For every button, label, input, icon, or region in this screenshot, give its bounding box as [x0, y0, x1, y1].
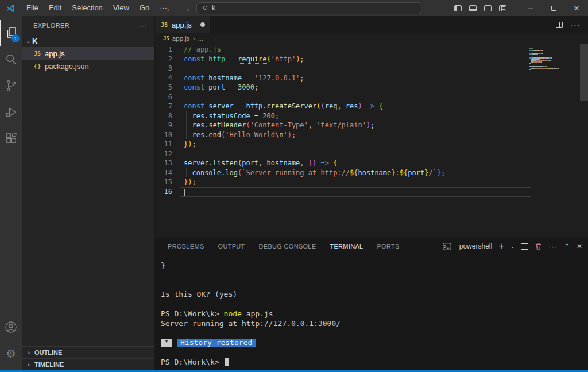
split-terminal-icon[interactable] [521, 243, 528, 250]
activity-bar: 1 [0, 16, 22, 370]
line-number: 12 [155, 149, 172, 159]
minimap[interactable] [529, 48, 571, 72]
line-number: 10 [155, 130, 172, 140]
nav-forward-icon[interactable]: → [182, 3, 191, 13]
menu-item-go[interactable]: Go [134, 0, 154, 16]
sidebar-item-explorer[interactable]: 1 [0, 20, 22, 46]
toggle-primary-sidebar-icon[interactable] [454, 5, 462, 11]
account-icon [4, 320, 18, 334]
line-number: 5 [155, 83, 172, 92]
modified-dot-icon[interactable] [200, 22, 205, 27]
maximize-button[interactable] [542, 0, 565, 16]
bottom-panel: PROBLEMSOUTPUTDEBUG CONSOLETERMINALPORTS… [155, 238, 588, 370]
terminal-line: PS D:\Work\k> [161, 358, 588, 367]
search-icon [5, 53, 18, 66]
new-terminal-icon[interactable]: + [498, 242, 504, 251]
run-debug-icon [5, 106, 18, 119]
split-editor-icon[interactable] [556, 22, 563, 28]
main-area: 1 [0, 16, 588, 370]
code-line: 1// app.js [155, 45, 588, 55]
menu-item-file[interactable]: File [21, 0, 44, 16]
folder-row[interactable]: ⌄ K [22, 34, 154, 47]
terminal-line [161, 348, 588, 358]
maximize-icon [551, 6, 556, 11]
shell-label[interactable]: powershell [459, 242, 492, 250]
menu-item-view[interactable]: View [108, 0, 134, 16]
customize-layout-icon[interactable] [499, 5, 506, 11]
folder-name: K [32, 37, 37, 45]
close-button[interactable]: ✕ [565, 0, 588, 16]
toggle-secondary-sidebar-icon[interactable] [484, 5, 492, 11]
explorer-sidebar: EXPLORER ··· ⌄ K JSapp.js{}package.json … [22, 16, 155, 370]
sidebar-item-source-control[interactable] [0, 72, 22, 99]
sidebar-item-run-debug[interactable] [0, 99, 22, 125]
terminal-line [161, 300, 588, 309]
file-row-package-json[interactable]: {}package.json [22, 60, 154, 72]
search-input[interactable]: k [196, 2, 421, 14]
code-text: res.end('Hello World\n'); [184, 131, 296, 139]
menu-item-selection[interactable]: Selection [67, 0, 107, 16]
js-file-icon: JS [163, 36, 169, 41]
settings-button[interactable]: ⚙ [0, 340, 22, 367]
source-control-branch-icon [5, 79, 18, 92]
section-label: OUTLINE [34, 349, 62, 356]
nav-back-icon[interactable]: ← [165, 3, 174, 13]
menubar: FileEditSelectionViewGo··· [21, 0, 172, 16]
code-text: }); [184, 178, 196, 186]
breadcrumb-more[interactable]: ... [198, 35, 203, 42]
sidebar-more-icon[interactable]: ··· [138, 21, 148, 30]
search-value: k [212, 4, 215, 12]
menu-item-edit[interactable]: Edit [44, 0, 67, 16]
section-timeline[interactable]: ›TIMELINE [22, 358, 154, 370]
sidebar-item-search[interactable] [0, 46, 22, 72]
sidebar-title: EXPLORER [33, 22, 69, 29]
line-number: 8 [155, 111, 172, 121]
toggle-panel-icon[interactable] [469, 5, 477, 11]
editor-scrollbar[interactable] [580, 44, 588, 101]
extensions-icon [5, 132, 18, 145]
terminal-line: *History restored [161, 338, 588, 348]
js-file-icon: JS [160, 22, 168, 28]
nav-arrows: ← → [165, 0, 191, 16]
code-line: 4const hostname = '127.0.0.1'; [155, 73, 588, 83]
title-bar: FileEditSelectionViewGo··· ← → k ─ ✕ [0, 0, 588, 16]
account-button[interactable] [0, 314, 22, 340]
file-row-app-js[interactable]: JSapp.js [22, 47, 154, 60]
terminal-output[interactable]: }Is this OK? (yes)PS D:\Work\k> node app… [155, 254, 588, 370]
code-text: const server = http.createServer((req, r… [184, 102, 383, 110]
breadcrumb-file[interactable]: app.js [172, 35, 190, 42]
line-number: 16 [155, 187, 172, 197]
code-text: console.log(`Server running at http://${… [184, 169, 445, 177]
section-outline[interactable]: ›OUTLINE [22, 346, 154, 358]
terminal-line: Is this OK? (yes) [161, 290, 588, 300]
panel-tab-debug-console[interactable]: DEBUG CONSOLE [252, 238, 323, 254]
panel-more-icon[interactable]: ··· [548, 242, 558, 251]
panel-tab-terminal[interactable]: TERMINAL [323, 238, 370, 254]
indent-guide [186, 111, 187, 140]
breadcrumb[interactable]: JS app.js › ... [155, 33, 588, 44]
terminal-line [161, 281, 588, 290]
code-lines: 1// app.js2const http = require('http');… [155, 45, 588, 196]
panel-tab-output[interactable]: OUTPUT [211, 238, 252, 254]
editor-more-icon[interactable]: ··· [571, 21, 580, 29]
terminal-decoration-icon: * [161, 339, 172, 347]
terminal-dropdown-icon[interactable]: ⌄ [510, 243, 514, 249]
close-panel-icon[interactable]: ✕ [577, 243, 582, 250]
line-number: 14 [155, 168, 172, 178]
sidebar-item-extensions[interactable] [0, 125, 22, 152]
kill-terminal-trash-icon[interactable] [535, 242, 542, 250]
minimize-button[interactable]: ─ [519, 0, 542, 16]
panel-header: PROBLEMSOUTPUTDEBUG CONSOLETERMINALPORTS… [155, 238, 588, 254]
panel-tab-problems[interactable]: PROBLEMS [161, 238, 211, 254]
terminal-icon [443, 243, 451, 250]
maximize-panel-icon[interactable]: ⌃ [564, 243, 570, 250]
line-number: 13 [155, 158, 172, 168]
tab-appjs[interactable]: JS app.js [155, 16, 210, 33]
line-number: 15 [155, 177, 172, 187]
code-editor[interactable]: 1// app.js2const http = require('http');… [155, 44, 588, 238]
line-number: 4 [155, 73, 172, 83]
chevron-right-icon: › [25, 349, 32, 356]
code-line: 12 [155, 149, 588, 159]
code-line: 2const http = require('http'); [155, 55, 588, 64]
panel-tab-ports[interactable]: PORTS [370, 238, 406, 254]
